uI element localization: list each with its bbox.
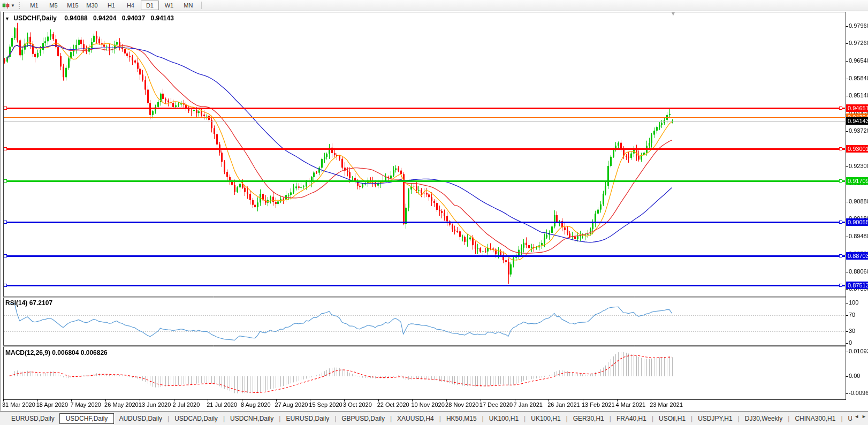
tab-scroll-controls: ◄ ► [852, 414, 866, 419]
date-label: 31 Mar 2020 [2, 401, 35, 408]
timeframe-button-m5[interactable]: M5 [44, 1, 63, 10]
toolbar-grip [19, 2, 21, 9]
price-tick-label: 0.88060 [849, 268, 868, 275]
date-label: 18 Apr 2020 [36, 401, 68, 408]
price-level-badge: 0.93001 [846, 145, 868, 153]
tabs-scroll-left-button[interactable]: ◄ [854, 414, 859, 419]
macd-label: MACD(12,26,9) 0.006804 0.006826 [5, 349, 108, 356]
chevron-down-icon: ▼ [11, 3, 15, 8]
chart-title: ▼ USDCHF,Daily 0.94088 0.94204 0.94037 0… [5, 14, 178, 22]
price-level-badge: 0.94651 [846, 104, 868, 112]
date-label: 3 Oct 2020 [343, 401, 372, 408]
price-tick-label: 0.95140 [849, 92, 868, 98]
timeframe-button-m30[interactable]: M30 [83, 1, 101, 10]
macd-tick-label: 0.010933 [849, 348, 868, 354]
symbol-tab-11[interactable]: GER30,H1 [568, 413, 609, 424]
price-tick-label: 0.89480 [849, 233, 868, 239]
timeframe-button-mn[interactable]: MN [179, 1, 197, 10]
date-label: 10 Nov 2020 [411, 401, 444, 408]
price-tick-label: 0.97960 [849, 22, 868, 29]
rsi-tick-label: 100 [849, 299, 858, 306]
price-tick-label: 0.90880 [849, 198, 868, 204]
trading-terminal: { "toolbar": { "timeframes": ["M1","M5",… [0, 0, 868, 425]
date-label: 22 Oct 2020 [377, 401, 409, 408]
chart-canvas[interactable] [0, 0, 868, 425]
top-toolbar: ▼ M1M5M15M30H1H4D1W1MN [0, 0, 868, 11]
symbol-tab-0[interactable]: EURUSD,Daily [6, 413, 59, 424]
ohlc-low: 0.94037 [122, 14, 145, 22]
candlestick-chart-icon [2, 2, 10, 9]
timeframe-buttons: M1M5M15M30H1H4D1W1MN [25, 1, 198, 10]
timeframe-button-h4[interactable]: H4 [121, 1, 140, 10]
date-label: 8 Aug 2020 [241, 401, 271, 408]
autoscroll-marker-icon: ▼ [671, 11, 676, 17]
timeframe-button-m1[interactable]: M1 [25, 1, 43, 10]
date-label: 7 Jan 2021 [514, 401, 543, 408]
chart-type-button[interactable]: ▼ [0, 2, 16, 10]
symbol-tab-1[interactable]: USDCHF,Daily [59, 413, 115, 424]
symbol-tab-6[interactable]: GBPUSD,Daily [337, 413, 390, 424]
price-level-badge: 0.91709 [846, 177, 868, 185]
date-label: 27 Aug 2020 [275, 401, 308, 408]
price-tick-label: 0.93720 [849, 127, 868, 134]
toolbar-separator [201, 2, 202, 9]
timeframe-button-w1[interactable]: W1 [160, 1, 178, 10]
rsi-tick-label: 30 [849, 328, 855, 334]
date-label: 4 Mar 2021 [616, 401, 646, 408]
date-label: 17 Dec 2020 [479, 401, 513, 408]
symbol-tab-4[interactable]: USDCNH,Daily [225, 413, 278, 424]
price-tick-label: 0.96540 [849, 57, 868, 64]
price-tick-label: 0.97260 [849, 40, 868, 46]
date-label: 26 Jan 2021 [547, 401, 580, 408]
collapse-caret-icon[interactable]: ▼ [5, 16, 10, 21]
timeframe-button-h1[interactable]: H1 [102, 1, 120, 10]
price-level-badge: 0.90055 [846, 218, 868, 226]
price-level-badge: 0.94143 [846, 117, 868, 125]
symbol-tab-7[interactable]: XAUUSD,H4 [392, 413, 439, 424]
timeframe-button-d1[interactable]: D1 [141, 1, 159, 10]
price-tick-label: 0.95840 [849, 75, 868, 81]
symbol-tab-5[interactable]: EURUSD,Daily [281, 413, 334, 424]
symbol-tab-12[interactable]: FRA40,H1 [612, 413, 651, 424]
symbol-tab-9[interactable]: UK100,H1 [484, 413, 523, 424]
rsi-tick-label: 70 [849, 312, 855, 318]
date-label: 7 May 2020 [70, 401, 101, 408]
timeframe-button-m15[interactable]: M15 [64, 1, 82, 10]
price-level-badge: 0.87513 [846, 282, 868, 289]
ohlc-open: 0.94088 [64, 14, 87, 22]
symbol-tab-3[interactable]: USDCAD,Daily [170, 413, 223, 424]
rsi-tick-label: 0 [849, 339, 852, 346]
date-label: 21 Jul 2020 [207, 401, 237, 408]
rsi-label: RSI(14) 67.2107 [5, 299, 52, 307]
tabs-scroll-right-button[interactable]: ► [862, 414, 866, 419]
macd-tick-label: -0.009653 [849, 390, 868, 396]
price-level-badge: 0.88703 [846, 252, 868, 260]
date-label: 13 Jun 2020 [139, 401, 171, 408]
ohlc-high: 0.94204 [93, 14, 116, 22]
date-label: 26 May 2020 [104, 401, 139, 408]
symbol-tabbar: EURUSD,DailyUSDCHF,DailyAUDUSD,Daily|USD… [0, 411, 868, 425]
symbol-tab-14[interactable]: USDJPY,H1 [693, 413, 737, 424]
date-label: 15 Sep 2020 [309, 401, 342, 408]
symbol-tab-16[interactable]: CHINA300,H1 [790, 413, 840, 424]
date-label: 2 Jul 2020 [173, 401, 200, 408]
date-label: 23 Mar 2021 [650, 401, 683, 408]
macd-tick-label: 0.00 [849, 373, 860, 379]
ohlc-close: 0.94143 [151, 14, 174, 22]
date-label: 28 Nov 2020 [445, 401, 478, 408]
symbol-tab-8[interactable]: HK50,M15 [441, 413, 482, 424]
symbol-tab-10[interactable]: UK100,H1 [526, 413, 565, 424]
symbol-tab-15[interactable]: DJ30,Weekly [740, 413, 787, 424]
chart-symbol-label: USDCHF,Daily [13, 14, 57, 22]
symbol-tab-13[interactable]: USOil,H1 [654, 413, 690, 424]
price-tick-label: 0.92300 [849, 163, 868, 169]
symbol-tab-2[interactable]: AUDUSD,Daily [114, 413, 167, 424]
date-label: 13 Feb 2021 [582, 401, 615, 408]
